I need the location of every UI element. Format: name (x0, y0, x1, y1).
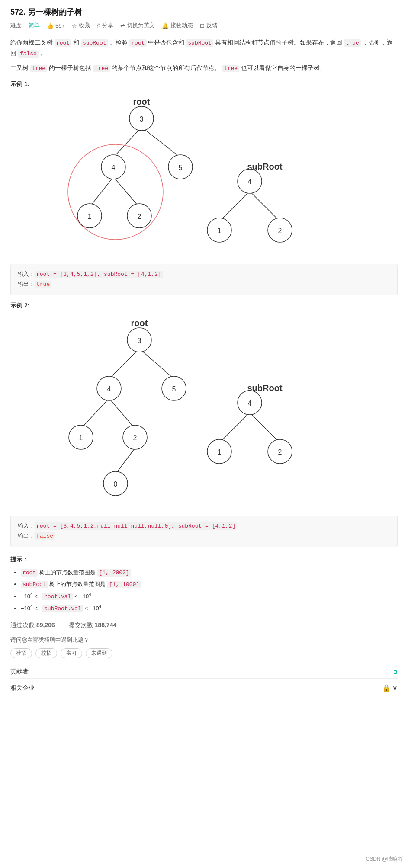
svg-line-3 (90, 177, 113, 207)
svg-text:3: 3 (137, 337, 141, 344)
star-icon: ☆ (72, 22, 77, 29)
related-companies-section: 相关企业 🔒 ∨ (10, 684, 398, 694)
svg-text:root: root (133, 97, 150, 106)
svg-line-44 (219, 413, 250, 443)
svg-text:1: 1 (87, 213, 91, 220)
svg-line-1 (113, 127, 141, 157)
svg-line-18 (250, 191, 280, 221)
stats-row: 通过次数 89,206 提交次数 188,744 (10, 621, 398, 629)
example1-title: 示例 1: (10, 80, 398, 88)
svg-text:5: 5 (178, 164, 182, 171)
contributors-section: 贡献者 ↄ (10, 667, 398, 679)
example1-diagram: root 3 4 5 1 (10, 93, 398, 257)
svg-line-2 (141, 127, 180, 157)
share-button[interactable]: ⎘ 分享 (97, 22, 113, 29)
svg-text:4: 4 (247, 400, 251, 407)
problem-title: 572. 另一棵树的子树 (10, 7, 398, 17)
feedback-button[interactable]: ⊡ 反馈 (200, 22, 218, 29)
svg-line-27 (139, 349, 174, 379)
svg-line-29 (109, 398, 135, 429)
svg-text:1: 1 (217, 448, 221, 456)
job-tag-campus[interactable]: 校招 (35, 648, 57, 658)
svg-line-26 (109, 349, 139, 379)
svg-text:0: 0 (113, 480, 117, 488)
svg-text:4: 4 (247, 178, 251, 186)
example2-diagram: root 3 4 5 1 2 (10, 314, 398, 509)
lock-icon: 🔒 ∨ (382, 684, 398, 692)
svg-line-4 (113, 177, 139, 207)
svg-text:2: 2 (278, 448, 282, 456)
job-tag-intern[interactable]: 实习 (61, 648, 82, 658)
svg-text:3: 3 (139, 115, 143, 123)
svg-text:5: 5 (172, 385, 176, 393)
hints-title: 提示： (10, 556, 398, 564)
difficulty-label: 难度 (10, 22, 22, 29)
switch-lang-button[interactable]: ⇌ 切换为英文 (120, 22, 155, 29)
meta-bar: 难度 简单 👍 587 ☆ 收藏 ⎘ 分享 ⇌ 切换为英文 🔔 接收动态 ⊡ 反… (10, 22, 398, 29)
svg-text:1: 1 (217, 227, 221, 234)
hints-list: root 树上的节点数量范围是 [1, 2000] subRoot 树上的节点数… (10, 567, 398, 615)
job-tags-container: 社招 校招 实习 未遇到 (10, 648, 398, 658)
hint-item: root 树上的节点数量范围是 [1, 2000] (21, 567, 398, 579)
translate-icon: ⇌ (120, 22, 125, 29)
svg-text:2: 2 (278, 227, 282, 234)
hint-item: −104 <= root.val <= 104 (21, 590, 398, 602)
example1-io: 输入：root = [3,4,5,1,2], subRoot = [4,1,2]… (10, 264, 398, 295)
hint-item: −104 <= subRoot.val <= 104 (21, 602, 398, 615)
hints-section: 提示： root 树上的节点数量范围是 [1, 2000] subRoot 树上… (10, 556, 398, 615)
hint-item: subRoot 树上的节点数量范围是 [1, 1000] (21, 579, 398, 590)
svg-line-45 (250, 413, 280, 443)
problem-description: 给你两棵二叉树 root 和 subRoot 。检验 root 中是否包含和 s… (10, 37, 398, 74)
example2-title: 示例 2: (10, 302, 398, 310)
svg-line-30 (116, 448, 135, 474)
feedback-icon: ⊡ (200, 22, 205, 29)
svg-text:2: 2 (137, 213, 141, 220)
job-question: 请问您在哪类招聘中遇到此题？ (10, 636, 398, 644)
svg-text:4: 4 (107, 385, 111, 393)
likes-button[interactable]: 👍 587 (47, 22, 65, 29)
svg-line-28 (81, 398, 109, 429)
job-tag-none[interactable]: 未遇到 (86, 648, 112, 658)
bell-icon: 🔔 (162, 22, 169, 29)
svg-text:1: 1 (79, 434, 83, 442)
svg-line-17 (219, 191, 250, 221)
svg-text:2: 2 (133, 434, 137, 442)
svg-text:4: 4 (111, 164, 115, 171)
thumb-icon: 👍 (47, 22, 54, 29)
svg-text:root: root (131, 318, 148, 328)
pass-count: 通过次数 89,206 (10, 621, 55, 629)
job-tag-social[interactable]: 社招 (10, 648, 32, 658)
contributors-icon: ↄ (393, 667, 398, 676)
difficulty-value: 简单 (29, 22, 40, 29)
collect-button[interactable]: ☆ 收藏 (72, 22, 90, 29)
submit-count: 提交次数 188,744 (69, 621, 117, 629)
share-icon: ⎘ (97, 22, 100, 29)
notifications-button[interactable]: 🔔 接收动态 (162, 22, 193, 29)
example2-io: 输入：root = [3,4,5,1,2,null,null,null,null… (10, 516, 398, 547)
